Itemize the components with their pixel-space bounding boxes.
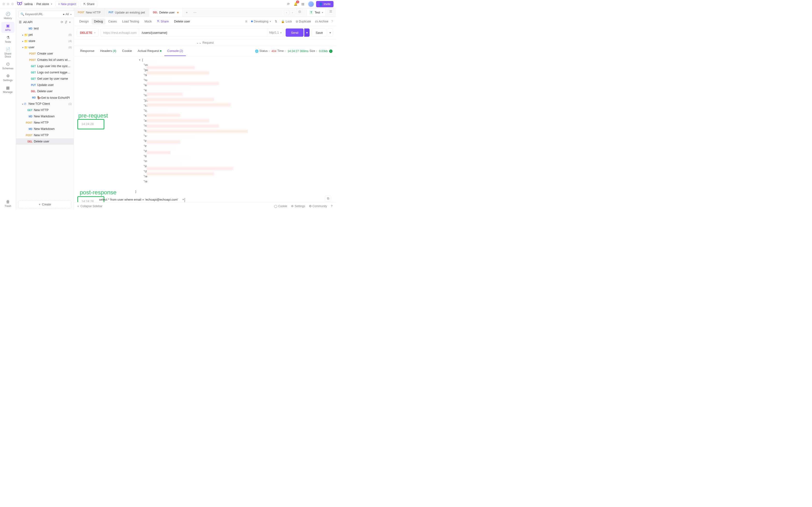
tree-item[interactable]: POSTNew HTTP: [16, 132, 74, 138]
chevron-left-icon: «: [77, 205, 79, 208]
tab[interactable]: DELDelete user: [149, 8, 183, 17]
request-collapse[interactable]: ⌄⌄Request: [74, 39, 336, 46]
rail-share-docs[interactable]: 📄Share Docs: [1, 46, 14, 59]
tree-item[interactable]: GETLogs out current logge…: [16, 69, 74, 75]
panel-icon[interactable]: ▤: [300, 1, 306, 7]
subtab-cases[interactable]: Cases: [106, 18, 119, 24]
share-icon: ⇱: [157, 19, 160, 23]
rtab-actual[interactable]: Actual Request: [135, 46, 164, 56]
archive-button[interactable]: 🗃Archive: [315, 20, 328, 23]
save-dropdown[interactable]: ▾: [328, 29, 333, 37]
status-dropdown[interactable]: Developing▾: [251, 20, 271, 23]
refresh-icon[interactable]: ⟳: [61, 20, 63, 24]
search-icon: 🔍: [20, 12, 24, 16]
tree-item[interactable]: DELDelete user: [16, 138, 74, 145]
invite-button[interactable]: 👤Invite: [316, 1, 334, 7]
rail-manage[interactable]: ▦Manage: [1, 84, 14, 95]
rail-trash[interactable]: 🗑Trash: [1, 198, 14, 209]
subtab-debug[interactable]: Debug: [92, 18, 105, 24]
tree-item[interactable]: MDNew Markdown: [16, 113, 74, 119]
tree-item[interactable]: ▸📁pet(8): [16, 32, 74, 38]
env-vars-icon[interactable]: ☰: [328, 8, 334, 14]
collapse-sidebar[interactable]: «Collapse Sidebar: [77, 205, 102, 208]
tests-icon: ⚗: [1, 35, 14, 40]
tree-item[interactable]: POSTCreate user: [16, 50, 74, 57]
tab-prev[interactable]: ‹: [284, 10, 289, 15]
apis-icon: ▣: [1, 23, 14, 28]
env-selector[interactable]: T Test ▾: [307, 8, 326, 17]
env-settings-icon[interactable]: ◎: [297, 8, 303, 14]
globe-icon: 🌐: [255, 50, 259, 53]
tab-add[interactable]: +: [183, 8, 191, 17]
code-icon[interactable]: ⎘: [246, 20, 247, 23]
footer-cookie[interactable]: ◯Cookie: [274, 205, 287, 208]
tab[interactable]: POSTNew HTTP: [74, 8, 105, 17]
help-icon[interactable]: ?: [331, 19, 333, 23]
notif-badge: 8: [296, 0, 299, 3]
search-field[interactable]: [25, 12, 61, 16]
console-panel: pre-request 14:24:28 post-response 14:24…: [74, 56, 336, 202]
project-name: Pet store: [37, 2, 49, 6]
tabs: POSTNew HTTPPUTUpdate an existing petDEL…: [74, 8, 336, 17]
tree-item[interactable]: GETLogs user into the syst…: [16, 63, 74, 69]
tree-item[interactable]: ▸📁store(4): [16, 38, 74, 44]
subtab-mock[interactable]: Mock: [142, 18, 154, 24]
search-input[interactable]: 🔍 ● All ▾: [18, 11, 75, 18]
tree-item[interactable]: POSTNew HTTP: [16, 119, 74, 126]
sql-text: select * from user where email = 'echoap…: [99, 198, 178, 201]
tree-item[interactable]: MDNew Markdown: [16, 126, 74, 132]
rail-tests[interactable]: ⚗Tests: [1, 34, 14, 45]
tree-item[interactable]: MD🦫Get to know EchoAPI: [16, 95, 74, 101]
tab[interactable]: PUTUpdate an existing pet: [105, 8, 149, 17]
rtab-headers[interactable]: Headers(4): [97, 46, 119, 56]
avatar[interactable]: [308, 1, 314, 7]
send-button[interactable]: Send: [286, 29, 304, 37]
footer-help[interactable]: ?: [331, 205, 333, 208]
rtab-response[interactable]: Response: [77, 46, 97, 56]
tree-item[interactable]: PUTUpdate user: [16, 82, 74, 88]
breadcrumb[interactable]: selina / Pet store ▾: [24, 2, 52, 6]
archive-icon: 🗃: [315, 20, 318, 23]
new-project-button[interactable]: +New project: [56, 1, 79, 7]
send-dropdown[interactable]: ▾: [304, 29, 310, 37]
tree-item[interactable]: POSTCreates list of users wi…: [16, 57, 74, 63]
share-button[interactable]: ⇱Share: [81, 1, 97, 7]
copy-button[interactable]: ⧉: [325, 195, 331, 202]
schemas-icon: ⌬: [1, 62, 14, 66]
url-input[interactable]: https://rest.echoapi.com /users/{usernam…: [101, 29, 284, 37]
subtab-design[interactable]: Design: [77, 18, 91, 24]
duplicate-button[interactable]: ⧉Duplicate: [296, 20, 311, 23]
tree-item[interactable]: MDtest: [16, 25, 74, 32]
rail-apis[interactable]: ▣APIs: [1, 22, 14, 33]
tree-item[interactable]: ▸⎚New TCP Client(1): [16, 101, 74, 107]
tab-next[interactable]: ›: [290, 10, 295, 15]
url-path[interactable]: /users/{username}: [139, 31, 267, 35]
tree-item[interactable]: GETGet user by user name: [16, 75, 74, 82]
tree-item[interactable]: DELDelete user: [16, 88, 74, 95]
bell-icon[interactable]: 🔔8: [292, 1, 299, 7]
filter-dropdown[interactable]: ● All ▾: [61, 12, 73, 16]
protocol-selector[interactable]: http/1.1▾: [267, 29, 284, 37]
rtab-cookie[interactable]: Cookie: [119, 46, 135, 56]
subtab-load[interactable]: Load Testing: [120, 18, 142, 24]
create-button[interactable]: +Create: [18, 201, 71, 208]
rail-history[interactable]: 🕘History: [1, 10, 14, 21]
tab-more[interactable]: ⋯: [191, 8, 199, 17]
method-selector[interactable]: DELETE▾: [77, 29, 99, 37]
collapse-icon[interactable]: ⋄: [69, 20, 71, 24]
tree-item[interactable]: ▾📁user(8): [16, 44, 74, 50]
subtab-share[interactable]: ⇱Share: [155, 18, 171, 24]
footer-community[interactable]: ✪Community: [309, 205, 327, 208]
sort-icon[interactable]: ⇅: [275, 20, 277, 23]
rail-settings[interactable]: ⚙Settings: [1, 72, 14, 83]
save-button[interactable]: Save: [311, 29, 327, 37]
sql-output: select * from user where email = 'echoap…: [99, 198, 331, 202]
sync-icon[interactable]: ⟳: [285, 1, 292, 7]
footer-settings[interactable]: ⚙Settings: [291, 205, 305, 208]
lock-button[interactable]: 🔒Lock: [281, 20, 292, 23]
tree-item[interactable]: GETNew HTTP: [16, 107, 74, 113]
expand-icon[interactable]: ⇵: [65, 20, 67, 24]
rtab-console[interactable]: Console(2): [164, 46, 186, 56]
rail-schemas[interactable]: ⌬Schemas: [1, 60, 14, 71]
cookie-icon: ◯: [274, 205, 277, 208]
